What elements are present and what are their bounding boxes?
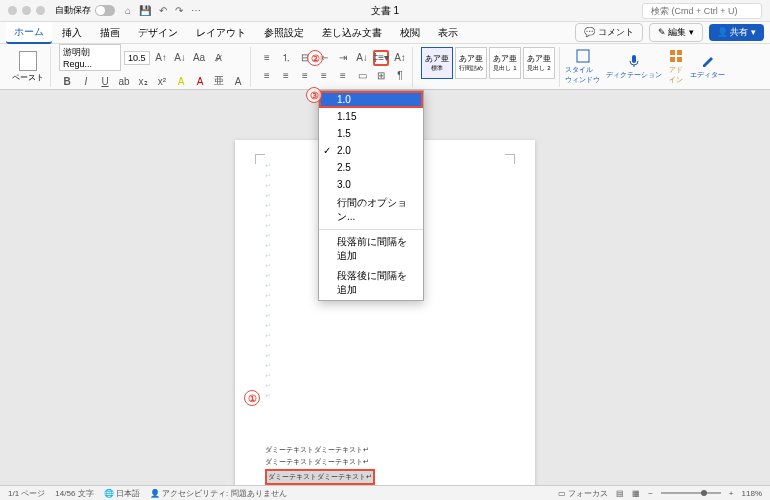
italic-icon[interactable]: I <box>78 73 94 89</box>
svg-rect-5 <box>677 57 682 62</box>
align-center-icon[interactable]: ≡ <box>278 68 294 84</box>
tab-references[interactable]: 参照設定 <box>256 23 312 43</box>
home-icon[interactable]: ⌂ <box>125 5 131 16</box>
spacing-options[interactable]: 行間のオプション... <box>319 193 423 227</box>
margin-corner <box>255 154 265 164</box>
show-marks-icon[interactable]: ¶ <box>392 68 408 84</box>
style-h2[interactable]: あア亜見出し 2 <box>523 47 555 79</box>
editor-button[interactable]: エディター <box>689 52 726 81</box>
quick-access-toolbar: ⌂ 💾 ↶ ↷ ⋯ <box>125 5 201 16</box>
language-indicator[interactable]: 🌐 日本語 <box>104 488 140 499</box>
shrink-font-icon[interactable]: A↓ <box>172 50 188 66</box>
accessibility-status[interactable]: 👤 アクセシビリティ: 問題ありません <box>150 488 287 499</box>
tab-home[interactable]: ホーム <box>6 22 52 44</box>
ruby-icon[interactable]: 亜 <box>211 73 227 89</box>
tab-review[interactable]: 校閲 <box>392 23 428 43</box>
style-nospace[interactable]: あア亜行間詰め <box>455 47 487 79</box>
window-controls[interactable] <box>8 6 45 15</box>
titlebar: 自動保存 ⌂ 💾 ↶ ↷ ⋯ 文書 1 <box>0 0 770 22</box>
clipboard-icon <box>19 51 37 71</box>
tab-layout[interactable]: レイアウト <box>188 23 254 43</box>
tab-design[interactable]: デザイン <box>130 23 186 43</box>
borders-icon[interactable]: ⊞ <box>373 68 389 84</box>
selected-text-line[interactable]: ダミーテキストダミーテキスト↵ <box>265 469 375 485</box>
align-left-icon[interactable]: ≡ <box>259 68 275 84</box>
tab-view[interactable]: 表示 <box>430 23 466 43</box>
annotation-2: ② <box>307 50 323 66</box>
line-spacing-dropdown: 1.0 1.15 1.5 2.0 2.5 3.0 行間のオプション... 段落前… <box>318 90 424 301</box>
strike-icon[interactable]: ab <box>116 73 132 89</box>
comments-button[interactable]: 💬 コメント <box>575 23 643 42</box>
annotation-3: ③ <box>306 87 322 103</box>
grow-font-icon[interactable]: A↑ <box>153 50 169 66</box>
space-after[interactable]: 段落後に間隔を追加 <box>319 266 423 300</box>
svg-rect-2 <box>670 50 675 55</box>
page-indicator[interactable]: 1/1 ページ <box>8 488 45 499</box>
char-border-icon[interactable]: A <box>230 73 246 89</box>
change-case-icon[interactable]: Aa <box>191 50 207 66</box>
dictation-button[interactable]: ディクテーション <box>605 52 663 81</box>
style-h1[interactable]: あア亜見出し 1 <box>489 47 521 79</box>
separator <box>319 229 423 230</box>
tab-insert[interactable]: 挿入 <box>54 23 90 43</box>
zoom-slider[interactable] <box>661 492 721 494</box>
autosave-toggle[interactable]: 自動保存 <box>55 4 115 17</box>
styles-pane-button[interactable]: スタイル ウィンドウ <box>564 47 601 86</box>
document-title: 文書 1 <box>371 4 399 18</box>
text-direction-icon[interactable]: A↕ <box>392 50 408 66</box>
ribbon: ペースト 游明朝 Regu... 10.5 A↑ A↓ Aa A̷ B I U … <box>0 44 770 90</box>
view-web-icon[interactable]: ▦ <box>632 489 640 498</box>
zoom-in-icon[interactable]: + <box>729 489 734 498</box>
justify-icon[interactable]: ≡ <box>316 68 332 84</box>
numbering-icon[interactable]: ⒈ <box>278 50 294 66</box>
spacing-1-15[interactable]: 1.15 <box>319 108 423 125</box>
more-icon[interactable]: ⋯ <box>191 5 201 16</box>
spacing-2-0[interactable]: 2.0 <box>319 142 423 159</box>
focus-mode[interactable]: ▭ フォーカス <box>558 488 608 499</box>
subscript-icon[interactable]: x₂ <box>135 73 151 89</box>
indent-inc-icon[interactable]: ⇥ <box>335 50 351 66</box>
redo-icon[interactable]: ↷ <box>175 5 183 16</box>
text-line[interactable]: ダミーテキストダミーテキスト↵ <box>265 444 375 457</box>
space-before[interactable]: 段落前に間隔を追加 <box>319 232 423 266</box>
bold-icon[interactable]: B <box>59 73 75 89</box>
toggle-icon[interactable] <box>95 5 115 16</box>
svg-rect-1 <box>632 55 636 63</box>
spacing-1-5[interactable]: 1.5 <box>319 125 423 142</box>
font-size-select[interactable]: 10.5 <box>124 51 150 65</box>
paste-button[interactable]: ペースト <box>10 49 46 85</box>
search-input[interactable] <box>642 3 762 19</box>
document-body[interactable]: ダミーテキストダミーテキスト↵ ダミーテキストダミーテキスト↵ ダミーテキストダ… <box>265 444 375 485</box>
spacing-2-5[interactable]: 2.5 <box>319 159 423 176</box>
ribbon-tabs: ホーム 挿入 描画 デザイン レイアウト 参照設定 差し込み文書 校閲 表示 💬… <box>0 22 770 44</box>
font-color-icon[interactable]: A <box>192 73 208 89</box>
underline-icon[interactable]: U <box>97 73 113 89</box>
save-icon[interactable]: 💾 <box>139 5 151 16</box>
shading-icon[interactable]: ▭ <box>354 68 370 84</box>
superscript-icon[interactable]: x² <box>154 73 170 89</box>
addins-button[interactable]: アド イン <box>667 47 685 86</box>
word-count[interactable]: 14/56 文字 <box>55 488 93 499</box>
view-print-icon[interactable]: ▤ <box>616 489 624 498</box>
statusbar: 1/1 ページ 14/56 文字 🌐 日本語 👤 アクセシビリティ: 問題ありま… <box>0 485 770 500</box>
font-name-select[interactable]: 游明朝 Regu... <box>59 44 121 71</box>
line-spacing-button[interactable]: ‡≡▾ <box>373 50 389 66</box>
zoom-level[interactable]: 118% <box>742 489 762 498</box>
share-button[interactable]: 👤 共有 ▾ <box>709 24 764 41</box>
text-line[interactable]: ダミーテキストダミーテキスト↵ <box>265 456 375 469</box>
spacing-1-0[interactable]: 1.0 <box>319 91 423 108</box>
edit-mode-button[interactable]: ✎ 編集 ▾ <box>649 23 703 42</box>
zoom-out-icon[interactable]: − <box>648 489 653 498</box>
bullets-icon[interactable]: ≡ <box>259 50 275 66</box>
highlight-icon[interactable]: A <box>173 73 189 89</box>
svg-rect-3 <box>677 50 682 55</box>
distributed-icon[interactable]: ≡ <box>335 68 351 84</box>
align-right-icon[interactable]: ≡ <box>297 68 313 84</box>
tab-draw[interactable]: 描画 <box>92 23 128 43</box>
tab-mailings[interactable]: 差し込み文書 <box>314 23 390 43</box>
undo-icon[interactable]: ↶ <box>159 5 167 16</box>
spacing-3-0[interactable]: 3.0 <box>319 176 423 193</box>
sort-icon[interactable]: A↓ <box>354 50 370 66</box>
clear-format-icon[interactable]: A̷ <box>210 50 226 66</box>
style-normal[interactable]: あア亜標準 <box>421 47 453 79</box>
